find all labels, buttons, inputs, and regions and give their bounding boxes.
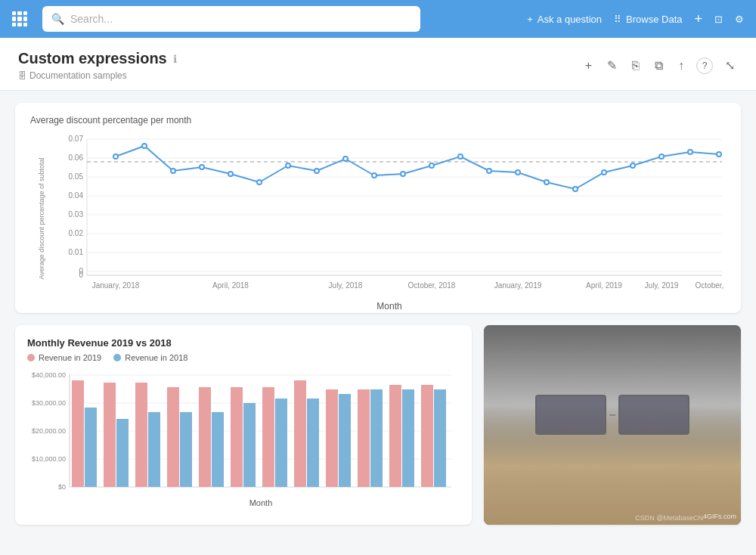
image-placeholder: 4GIFs.com <box>484 325 741 525</box>
app-logo[interactable] <box>12 11 27 26</box>
line-chart-title: Average discount percentage per month <box>30 115 726 126</box>
svg-rect-78 <box>326 389 338 487</box>
grid-icon: ⠿ <box>614 14 621 25</box>
svg-text:0.05: 0.05 <box>69 172 84 181</box>
svg-text:0.02: 0.02 <box>69 229 84 237</box>
top-navigation: 🔍 Search... + Ask a question ⠿ Browse Da… <box>0 0 756 38</box>
add-card-button[interactable]: + <box>582 56 595 76</box>
svg-text:January, 2019: January, 2019 <box>494 281 542 290</box>
svg-point-29 <box>372 173 376 178</box>
svg-rect-85 <box>434 389 446 487</box>
svg-rect-73 <box>243 403 256 487</box>
image-card: 4GIFs.com CSDN @MetabaseCN <box>484 325 741 525</box>
svg-rect-65 <box>116 419 129 487</box>
svg-rect-64 <box>104 383 116 487</box>
svg-rect-82 <box>389 385 401 487</box>
svg-point-21 <box>142 144 147 148</box>
csdn-text: CSDN @MetabaseCN <box>635 514 703 522</box>
db-icon: 🗄 <box>18 71 26 80</box>
svg-point-30 <box>401 172 405 176</box>
legend-dot-2019 <box>27 354 35 361</box>
bar-chart-title: Monthly Revenue 2019 vs 2018 <box>27 337 460 349</box>
svg-rect-74 <box>262 387 274 487</box>
svg-text:$0: $0 <box>58 483 66 491</box>
svg-rect-83 <box>402 389 414 487</box>
svg-point-20 <box>113 154 118 159</box>
svg-rect-81 <box>370 389 383 487</box>
page-header: Custom expressions ℹ 🗄 Documentation sam… <box>0 38 756 91</box>
edit-button[interactable]: ✎ <box>604 55 620 76</box>
svg-point-35 <box>544 180 549 184</box>
info-icon[interactable]: ℹ <box>173 53 177 65</box>
bar-chart-legend: Revenue in 2019 Revenue in 2018 <box>27 353 460 362</box>
svg-text:July, 2019: July, 2019 <box>645 281 679 290</box>
svg-text:$20,000.00: $20,000.00 <box>32 427 66 435</box>
svg-text:October, 2018: October, 2018 <box>408 281 456 290</box>
image-watermark: 4GIFs.com <box>703 513 736 520</box>
svg-text:Month: Month <box>249 498 273 507</box>
svg-rect-79 <box>339 394 351 487</box>
ask-question-button[interactable]: + Ask a question <box>527 14 602 25</box>
svg-point-37 <box>602 170 606 175</box>
bottom-row: Monthly Revenue 2019 vs 2018 Revenue in … <box>15 325 741 525</box>
legend-item-2018: Revenue in 2018 <box>113 353 187 362</box>
svg-point-39 <box>659 154 664 159</box>
svg-rect-80 <box>358 389 370 487</box>
page-toolbar: + ✎ ⎘ ⧉ ↑ ? ⤡ <box>582 55 738 76</box>
svg-text:$30,000.00: $30,000.00 <box>32 399 66 407</box>
nav-right-actions: + Ask a question ⠿ Browse Data + ⊡ ⚙ <box>527 11 744 27</box>
svg-point-22 <box>171 169 175 173</box>
search-bar[interactable]: 🔍 Search... <box>42 6 420 32</box>
svg-rect-75 <box>275 398 287 487</box>
svg-rect-67 <box>148 412 160 487</box>
svg-text:$10,000.00: $10,000.00 <box>32 455 66 463</box>
copy-button[interactable]: ⧉ <box>652 56 666 76</box>
svg-point-23 <box>200 165 204 169</box>
svg-rect-70 <box>199 387 211 487</box>
settings-button[interactable]: ⚙ <box>735 14 744 25</box>
svg-text:April, 2019: April, 2019 <box>586 281 622 290</box>
line-chart-svg: 0 0 0.01 0.02 0.03 0.04 0.05 0.06 0.07 <box>53 132 726 298</box>
svg-text:$40,000.00: $40,000.00 <box>32 371 66 379</box>
new-button[interactable]: + <box>694 11 702 27</box>
bar-chart-card: Monthly Revenue 2019 vs 2018 Revenue in … <box>15 325 472 525</box>
svg-point-40 <box>688 150 692 154</box>
svg-point-32 <box>458 154 463 159</box>
svg-text:0.07: 0.07 <box>69 135 84 143</box>
fullscreen-button[interactable]: ⊡ <box>714 14 723 25</box>
svg-text:January, 2018: January, 2018 <box>92 281 140 290</box>
svg-text:0: 0 <box>79 267 83 275</box>
svg-point-24 <box>228 172 233 176</box>
svg-text:0.03: 0.03 <box>69 210 84 219</box>
plus-icon: + <box>527 14 533 25</box>
main-content: Average discount percentage per month Av… <box>0 91 756 551</box>
fullscreen-icon: ⊡ <box>714 14 723 25</box>
line-chart-x-label: Month <box>53 301 726 312</box>
search-input[interactable]: Search... <box>70 13 411 25</box>
expand-button[interactable]: ⤡ <box>722 55 738 76</box>
page-subtitle: 🗄 Documentation samples <box>18 70 177 81</box>
new-icon: + <box>694 11 702 27</box>
legend-dot-2018 <box>113 354 121 361</box>
svg-point-38 <box>631 163 635 168</box>
svg-rect-69 <box>180 412 192 487</box>
duplicate-button[interactable]: ⎘ <box>629 56 643 76</box>
svg-point-31 <box>429 163 434 168</box>
svg-text:April, 2018: April, 2018 <box>212 281 249 290</box>
title-area: Custom expressions ℹ 🗄 Documentation sam… <box>18 50 177 81</box>
logo-icon <box>12 11 27 26</box>
svg-text:October, 2019: October, 2019 <box>696 281 726 290</box>
browse-data-button[interactable]: ⠿ Browse Data <box>614 14 682 25</box>
svg-point-34 <box>516 170 520 175</box>
share-button[interactable]: ↑ <box>675 56 687 76</box>
svg-rect-84 <box>421 385 433 487</box>
bar-chart-svg: $0 $10,000.00 $20,000.00 $30,000.00 $40,… <box>27 370 460 510</box>
svg-point-41 <box>717 152 721 157</box>
svg-point-28 <box>343 157 348 161</box>
svg-rect-62 <box>72 380 84 487</box>
svg-rect-76 <box>294 380 306 487</box>
svg-rect-68 <box>167 387 179 487</box>
help-button[interactable]: ? <box>696 57 713 74</box>
svg-point-27 <box>314 169 319 173</box>
svg-text:0.04: 0.04 <box>69 191 84 200</box>
